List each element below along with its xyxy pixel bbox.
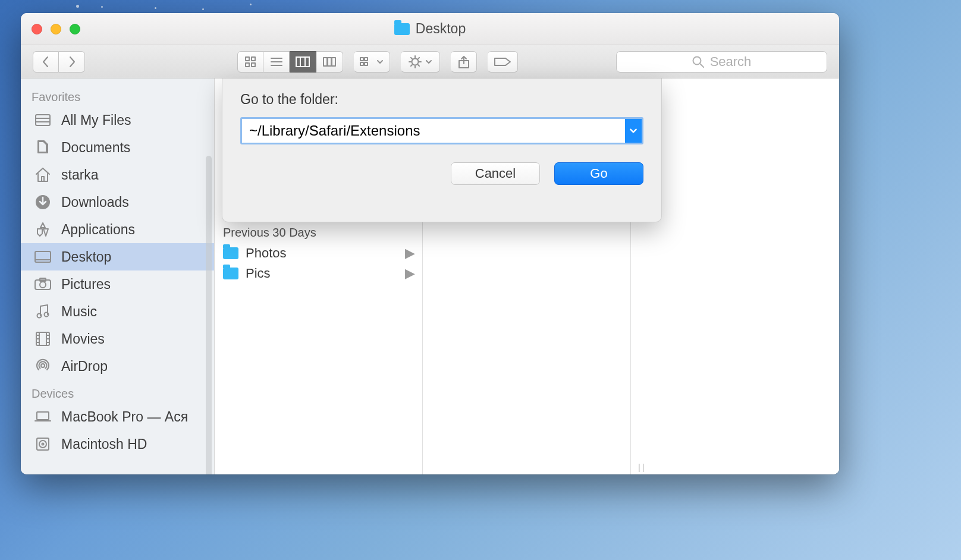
sidebar-item-movies[interactable]: Movies [21, 325, 214, 353]
sidebar-item-label: Downloads [61, 194, 129, 210]
movies-icon [34, 331, 52, 347]
view-column-button[interactable] [290, 51, 316, 73]
view-mode-group [237, 51, 343, 73]
sidebar-item-macbook[interactable]: MacBook Pro — Ася [21, 403, 214, 430]
list-item[interactable]: Pics ▶ [215, 263, 422, 284]
folder-icon [223, 247, 238, 259]
svg-point-50 [41, 364, 45, 367]
sidebar-item-downloads[interactable]: Downloads [21, 188, 214, 216]
sidebar-item-label: Pictures [61, 276, 111, 292]
arrange-button[interactable] [354, 51, 390, 73]
sidebar-item-label: Documents [61, 140, 130, 156]
sidebar-item-label: Applications [61, 222, 135, 238]
sidebar-item-applications[interactable]: Applications [21, 216, 214, 243]
search-field[interactable]: Search [616, 51, 827, 73]
svg-point-54 [42, 443, 44, 445]
nav-group [33, 51, 85, 73]
sheet-path-field-wrapper [240, 117, 643, 144]
svg-line-22 [410, 57, 412, 58]
sidebar-item-label: Music [61, 304, 97, 320]
list-item[interactable]: Photos ▶ [215, 243, 422, 263]
sidebar-section-favorites: Favorites [21, 83, 214, 106]
chevron-right-icon: ▶ [405, 246, 415, 261]
svg-rect-13 [360, 58, 363, 61]
sidebar-item-desktop[interactable]: Desktop [21, 243, 214, 270]
go-button[interactable]: Go [554, 162, 643, 185]
pictures-icon [34, 276, 52, 292]
sidebar-item-label: starka [61, 167, 99, 183]
svg-rect-15 [365, 58, 368, 61]
search-icon [692, 56, 704, 68]
sidebar-item-home[interactable]: starka [21, 161, 214, 188]
list-item-name: Pics [246, 266, 271, 281]
svg-line-23 [418, 65, 419, 66]
go-to-folder-sheet: Go to the folder: Cancel Go [222, 78, 662, 222]
svg-rect-12 [332, 58, 335, 66]
sidebar-item-documents[interactable]: Documents [21, 134, 214, 161]
sheet-button-row: Cancel Go [240, 162, 643, 185]
share-button[interactable] [451, 51, 477, 73]
window-minimize-button[interactable] [51, 24, 61, 34]
window-title: Desktop [21, 21, 839, 37]
view-icon-button[interactable] [237, 51, 263, 73]
folder-icon [223, 268, 238, 279]
downloads-icon [34, 194, 52, 210]
chevron-down-icon [629, 127, 637, 135]
view-list-button[interactable] [263, 51, 290, 73]
finder-window: Desktop [21, 13, 839, 474]
desktop-icon [34, 249, 52, 265]
documents-icon [34, 140, 52, 155]
action-button[interactable] [401, 51, 440, 73]
finder-sidebar: Favorites All My Files Documents starka … [21, 78, 215, 474]
svg-rect-11 [328, 58, 331, 66]
nav-back-button[interactable] [33, 51, 59, 73]
svg-rect-2 [246, 63, 249, 67]
svg-rect-29 [36, 115, 50, 125]
window-maximize-button[interactable] [70, 24, 80, 34]
view-gallery-button[interactable] [316, 51, 343, 73]
sidebar-item-airdrop[interactable]: AirDrop [21, 353, 214, 380]
all-my-files-icon [34, 112, 52, 128]
svg-rect-16 [365, 62, 368, 65]
sidebar-item-all-my-files[interactable]: All My Files [21, 106, 214, 134]
finder-titlebar: Desktop [21, 13, 839, 45]
svg-rect-10 [324, 58, 327, 66]
finder-toolbar: Search [21, 45, 839, 78]
sheet-title: Go to the folder: [240, 92, 643, 108]
applications-icon [34, 222, 52, 237]
folder-path-input[interactable] [242, 119, 625, 143]
folder-icon [394, 23, 410, 35]
svg-point-53 [39, 441, 46, 448]
list-item-name: Photos [246, 246, 287, 261]
sidebar-scrollbar[interactable] [206, 156, 212, 474]
svg-rect-7 [296, 57, 309, 67]
sidebar-item-macintosh-hd[interactable]: Macintosh HD [21, 430, 214, 458]
path-history-dropdown[interactable] [625, 119, 642, 143]
svg-point-38 [40, 282, 46, 288]
column-resize-handle[interactable]: || [638, 463, 646, 472]
svg-rect-14 [360, 62, 363, 65]
sidebar-item-label: Movies [61, 331, 105, 347]
sidebar-item-label: Desktop [61, 249, 111, 265]
svg-rect-1 [252, 57, 255, 61]
tags-button[interactable] [488, 51, 518, 73]
svg-rect-32 [42, 177, 44, 181]
sidebar-item-music[interactable]: Music [21, 298, 214, 325]
sidebar-section-devices: Devices [21, 380, 214, 403]
nav-forward-button[interactable] [59, 51, 85, 73]
column-3 [631, 78, 839, 474]
chevron-right-icon: ▶ [405, 266, 415, 281]
svg-rect-51 [37, 412, 49, 420]
svg-line-24 [410, 65, 412, 66]
window-title-text: Desktop [416, 21, 466, 37]
svg-rect-3 [252, 63, 255, 67]
traffic-lights [32, 24, 80, 34]
airdrop-icon [34, 358, 52, 374]
sidebar-item-label: All My Files [61, 112, 131, 128]
svg-rect-34 [35, 251, 51, 262]
sidebar-item-pictures[interactable]: Pictures [21, 270, 214, 298]
sidebar-item-label: MacBook Pro — Ася [61, 409, 188, 425]
cancel-button[interactable]: Cancel [451, 162, 540, 185]
window-close-button[interactable] [32, 24, 42, 34]
sidebar-item-label: Macintosh HD [61, 436, 147, 452]
